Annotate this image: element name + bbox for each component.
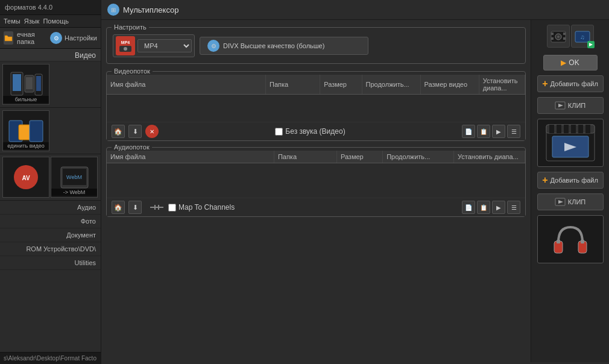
svg-rect-38 — [571, 125, 576, 133]
audio-btn-2[interactable]: 📋 — [477, 201, 490, 214]
main-area: ⊞ Мультиплексор Настроить MP4 — [101, 0, 609, 364]
map-channels-checkbox[interactable] — [168, 204, 176, 212]
audio-col-filename: Имя файла — [107, 151, 274, 163]
add-file-audio-button[interactable]: + Добавить файл — [537, 172, 604, 189]
svg-rect-22 — [551, 33, 554, 35]
audio-col-folder: Папка — [274, 151, 336, 163]
add-file-video-button[interactable]: + Добавить файл — [537, 75, 604, 92]
sidebar: форматов 4.4.0 Темы Язык Помощь ечная па… — [0, 0, 101, 364]
mobile-thumbnail-row: бильные — [0, 61, 101, 108]
multiplexer-icon: ⊞ — [107, 4, 119, 16]
temp-folder-icon — [4, 31, 13, 45]
video-col-duration: Продолжить... — [362, 75, 420, 95]
menu-help[interactable]: Помощь — [43, 17, 69, 25]
svg-rect-23 — [563, 33, 566, 35]
svg-rect-36 — [557, 125, 561, 133]
video-btn-1[interactable]: 📄 — [462, 125, 475, 138]
svg-rect-8 — [30, 121, 43, 142]
svg-rect-5 — [36, 76, 41, 91]
webm-row: AV WebM -> WebM — [0, 154, 101, 201]
audio-home-btn[interactable]: 🏠 — [112, 201, 125, 214]
webm-label: -> WebM — [51, 189, 97, 196]
audio-btn-4[interactable]: ☰ — [507, 201, 520, 214]
configure-row: MP4 MP4 ⚙ DIVX Высшее качество (больше) — [107, 31, 525, 63]
video-col-filename: Имя файла — [107, 75, 266, 95]
mute-checkbox-row: Без звука (Видео) — [162, 127, 458, 136]
sidebar-toolbar: ечная папка ⚙ Настройки — [0, 28, 101, 49]
svg-rect-37 — [564, 125, 569, 133]
mp4-icon: MP4 — [116, 36, 135, 55]
join-video-thumb: единить видео — [2, 110, 49, 151]
video-col-videosize: Размер видео — [420, 75, 479, 95]
menu-language[interactable]: Язык — [24, 17, 40, 25]
ok-label: OK — [569, 58, 579, 67]
audio-table-wrapper: Имя файла Папка Размер Продолжить... Уст… — [107, 151, 525, 198]
quality-label: DIVX Высшее качество (больше) — [223, 42, 324, 49]
audio-stream-legend: Аудиопоток — [112, 143, 152, 151]
audio-file-table: Имя файла Папка Размер Продолжить... Уст… — [107, 151, 525, 163]
video-table-wrapper: Имя файла Папка Размер Продолжить... Раз… — [107, 75, 525, 122]
audio-btn-3[interactable]: ▶ — [492, 201, 505, 214]
audio-col-size: Размер — [336, 151, 382, 163]
clip-audio-label: КЛИП — [568, 198, 585, 206]
main-title: Мультиплексор — [123, 5, 179, 14]
app-version-label: форматов 4.4.0 — [5, 4, 52, 11]
right-panel: ♫ ▶ OK + Добавить файл — [531, 20, 609, 362]
video-col-range: Установить диапа... — [479, 75, 525, 95]
audio-btn-1[interactable]: 📄 — [462, 201, 475, 214]
format-select-wrap: MP4 MP4 — [113, 34, 195, 57]
nav-rom[interactable]: ROM Устройство\DVD\ — [0, 242, 101, 256]
video-small-btns: 📄 📋 ▶ ☰ — [462, 125, 520, 138]
svg-text:AV: AV — [22, 175, 30, 181]
svg-rect-47 — [557, 240, 560, 243]
app-title: форматов 4.4.0 — [0, 0, 101, 15]
video-btn-2[interactable]: 📋 — [477, 125, 490, 138]
quality-button[interactable]: ⚙ DIVX Высшее качество (больше) — [200, 37, 368, 55]
format-dropdown[interactable]: MP4 — [137, 39, 192, 52]
video-section-label: Видео — [0, 49, 101, 61]
video-btn-4[interactable]: ☰ — [507, 125, 520, 138]
add-file-video-label: Добавить файл — [550, 80, 598, 87]
sidebar-menu: Темы Язык Помощь — [0, 15, 101, 28]
join-video-row: единить видео — [0, 108, 101, 154]
clip-audio-button[interactable]: КЛИП — [537, 193, 604, 210]
video-stream-legend: Видеопоток — [112, 67, 153, 75]
nav-photo[interactable]: Фото — [0, 215, 101, 228]
video-stream-toolbar: 🏠 ⬇ ✕ Без звука (Видео) 📄 📋 ▶ ☰ — [107, 122, 525, 140]
av-thumb: AV — [2, 157, 49, 198]
video-col-size: Размер — [320, 75, 362, 95]
configure-section: Настроить MP4 MP4 — [106, 24, 526, 64]
video-btn-3[interactable]: ▶ — [492, 125, 505, 138]
svg-rect-3 — [26, 77, 33, 89]
svg-rect-24 — [551, 37, 554, 40]
add-file-audio-label: Добавить файл — [550, 177, 598, 184]
audio-col-duration: Продолжить... — [383, 151, 454, 163]
clip-video-button[interactable]: КЛИП — [537, 97, 604, 114]
video-file-table: Имя файла Папка Размер Продолжить... Раз… — [107, 75, 525, 95]
svg-rect-35 — [549, 125, 554, 133]
sidebar-bottom: Аудио Фото Документ ROM Устройство\DVD\ … — [0, 201, 101, 270]
video-preview-image — [537, 119, 604, 167]
audio-stream-toolbar: 🏠 ⬇ Map To Channels 📄 📋 — [107, 198, 525, 216]
nav-document[interactable]: Документ — [0, 228, 101, 242]
clip-video-label: КЛИП — [568, 102, 585, 109]
svg-rect-40 — [585, 125, 590, 133]
settings-label[interactable]: Настройки — [65, 34, 97, 42]
svg-text:♫: ♫ — [580, 34, 585, 40]
video-down-btn[interactable]: ⬇ — [128, 125, 142, 138]
video-mute-remove-icon[interactable]: ✕ — [145, 125, 159, 138]
mute-checkbox[interactable] — [275, 128, 283, 136]
ok-button[interactable]: ▶ OK — [543, 55, 598, 71]
video-col-folder: Папка — [266, 75, 320, 95]
audio-col-range: Установить диапа... — [454, 151, 525, 163]
svg-point-27 — [557, 36, 560, 38]
video-home-btn[interactable]: 🏠 — [112, 125, 125, 138]
webm-thumb: WebM -> WebM — [51, 157, 98, 198]
nav-audio[interactable]: Аудио — [0, 201, 101, 215]
nav-utilities[interactable]: Utilities — [0, 256, 101, 270]
audio-down-btn[interactable]: ⬇ — [128, 201, 142, 214]
map-channels-label: Map To Channels — [178, 203, 235, 212]
menu-themes[interactable]: Темы — [4, 17, 21, 25]
mute-label: Без звука (Видео) — [285, 127, 345, 136]
temp-folder-label[interactable]: ечная папка — [17, 31, 44, 45]
